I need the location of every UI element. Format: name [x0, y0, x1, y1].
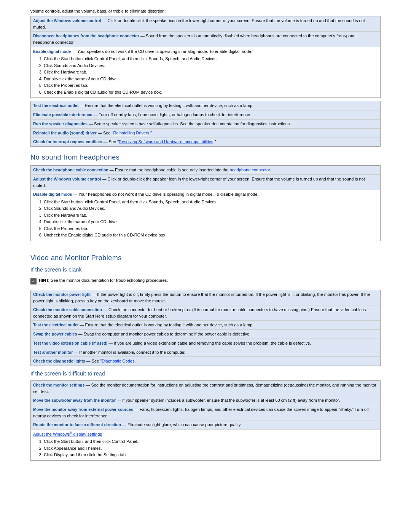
if-screen-difficult-title: If the screen is difficult to read: [30, 371, 381, 377]
check-monitor-settings-label: Check the monitor settings: [33, 383, 84, 387]
adjust-windows-volume2-row: Adjust the Windows volume control — Clic…: [31, 175, 380, 190]
list-item: Click Sounds and Audio Devices.: [44, 205, 378, 212]
move-monitor-label: Move the monitor away from external powe…: [33, 407, 133, 412]
move-subwoofer-label: Move the subwoofer away from the monitor: [33, 398, 116, 403]
move-monitor-power-sources-row: Move the monitor away from external powe…: [31, 405, 380, 420]
reinstalling-drivers-link[interactable]: Reinstalling Drivers: [113, 131, 150, 135]
hint-box: ✓ HINT: See the monitor documentation fo…: [30, 276, 381, 287]
check-diagnostic-lights-row: Check the diagnostic lights — See "Diagn…: [31, 357, 380, 366]
reinstall-audio-driver-label: Reinstall the audio (sound) driver: [33, 131, 97, 135]
check-diagnostic-lights-label: Check the diagnostic lights: [33, 359, 85, 363]
adjust-windows-display-link[interactable]: Adjust the Windows® display settings: [33, 432, 102, 436]
enable-digital-mode-label: Enable digital mode: [33, 49, 71, 54]
disconnect-headphones-label: Disconnect headphones from the headphone…: [33, 34, 139, 38]
swap-power-cables-label: Swap the power cables: [33, 332, 77, 336]
test-another-monitor-label: Test another monitor: [33, 350, 73, 355]
no-sound-headphones-title: No sound from headphones: [30, 153, 381, 161]
reinstall-audio-driver-row: Reinstall the audio (sound) driver — See…: [31, 129, 380, 138]
eliminate-interference-row: Eliminate possible interference — Turn o…: [31, 110, 380, 120]
diagnostic-codes-link[interactable]: Diagnostic Codes: [102, 359, 134, 363]
list-item: Click the Start button, click Control Pa…: [44, 199, 378, 205]
list-item: Click Sounds and Audio Devices.: [44, 62, 378, 69]
swap-power-cables-row: Swap the power cables — Swap the compute…: [31, 330, 380, 339]
run-speaker-diagnostics-row: Run the speaker diagnostics — Some speak…: [31, 120, 380, 129]
list-item: Check the Enable digital CD audio for th…: [44, 89, 378, 96]
disable-digital-mode-label: Disable digital mode: [33, 192, 72, 197]
check-interrupt-conflicts-row: Check for interrupt request conflicts — …: [31, 137, 380, 146]
resolving-incompatibilities-link[interactable]: Resolving Software and Hardware Incompat…: [119, 139, 213, 144]
test-electrical-outlet-label: Test the electrical outlet: [33, 103, 78, 108]
hint-icon: ✓: [30, 278, 37, 284]
disconnect-headphones-row: Disconnect headphones from the headphone…: [31, 32, 380, 47]
list-item: Double-click the name of your CD drive.: [44, 76, 378, 82]
test-electrical-outlet-row: Test the electrical outlet — Ensure that…: [31, 101, 380, 110]
if-blank-section-block: Check the monitor power light — If the p…: [30, 290, 381, 366]
rotate-monitor-label: Rotate the monitor to face a different d…: [33, 422, 121, 427]
disable-digital-mode-row: Disable digital mode — Your headphones d…: [31, 190, 380, 241]
check-headphone-cable-label: Check the headphone cable connection: [33, 168, 108, 172]
list-item: Click the Hardware tab.: [44, 212, 378, 219]
move-subwoofer-row: Move the subwoofer away from the monitor…: [31, 396, 380, 405]
if-difficult-section-block: Check the monitor settings — See the mon…: [30, 380, 381, 461]
run-speaker-diagnostics-label: Run the speaker diagnostics: [33, 121, 88, 126]
test-video-extension-row: Test the video extension cable (if used)…: [31, 339, 380, 348]
adjust-display-list: Click the Start button, and then click C…: [44, 438, 378, 458]
list-item: Click Display, and then click the Settin…: [44, 452, 378, 458]
check-monitor-settings-row: Check the monitor settings — See the mon…: [31, 381, 380, 396]
enable-digital-mode-list: Click the Start button, click Control Pa…: [44, 56, 378, 95]
test-another-monitor-row: Test another monitor — If another monito…: [31, 348, 380, 357]
adjust-windows-volume-label: Adjust the Windows volume control: [33, 18, 101, 23]
list-item: Double-click the name of your CD drive.: [44, 219, 378, 225]
check-monitor-cable-label: Check the monitor cable connection: [33, 307, 102, 312]
list-item: Click the Hardware tab.: [44, 69, 378, 75]
eliminate-interference-label: Eliminate possible interference: [33, 112, 92, 117]
check-monitor-cable-row: Check the monitor cable connection — Che…: [31, 305, 380, 321]
adjust-windows-display-row: Adjust the Windows® display settings Cli…: [31, 430, 380, 460]
adjust-windows-volume2-label: Adjust the Windows volume control: [33, 177, 101, 181]
test-video-extension-label: Test the video extension cable (if used): [33, 341, 107, 345]
check-monitor-power-light-label: Check the monitor power light: [33, 292, 91, 297]
enable-digital-mode-row: Enable digital mode — Your speakers do n…: [31, 47, 380, 98]
rotate-monitor-row: Rotate the monitor to face a different d…: [31, 420, 380, 430]
adjust-windows-volume-row: Adjust the Windows volume control — Clic…: [31, 16, 380, 32]
list-item: Click Appearance and Themes.: [44, 445, 378, 452]
hint-text: HINT: See the monitor documentation for …: [39, 278, 168, 283]
sound-section-block: Adjust the Windows volume control — Clic…: [30, 16, 381, 98]
video-monitor-title: Video and Monitor Problems: [30, 254, 381, 262]
outlet-section-block: Test the electrical outlet — Ensure that…: [30, 101, 381, 147]
headphones-section-block: Check the headphone cable connection — E…: [30, 165, 381, 241]
check-monitor-power-light-row: Check the monitor power light — If the p…: [31, 290, 380, 305]
list-item: Click the Properties tab.: [44, 82, 378, 89]
list-item: Click the Start button, click Control Pa…: [44, 56, 378, 62]
intro-paragraph: volume controls, adjust the volume, bass…: [30, 8, 381, 14]
disable-digital-mode-list: Click the Start button, click Control Pa…: [44, 199, 378, 238]
list-item: Click the Properties tab.: [44, 225, 378, 232]
headphone-connector-link[interactable]: headphone connector: [229, 168, 270, 172]
section-divider: [30, 247, 381, 247]
test-electrical-outlet2-row: Test the electrical outlet — Ensure that…: [31, 321, 380, 330]
list-item: Uncheck the Enable digital CD audio for …: [44, 232, 378, 238]
if-screen-blank-title: If the screen is blank: [30, 267, 381, 273]
check-headphone-cable-row: Check the headphone cable connection — E…: [31, 166, 380, 175]
test-electrical-outlet2-label: Test the electrical outlet: [33, 323, 78, 327]
check-interrupt-label: Check for interrupt request conflicts: [33, 139, 102, 144]
list-item: Click the Start button, and then click C…: [44, 438, 378, 445]
